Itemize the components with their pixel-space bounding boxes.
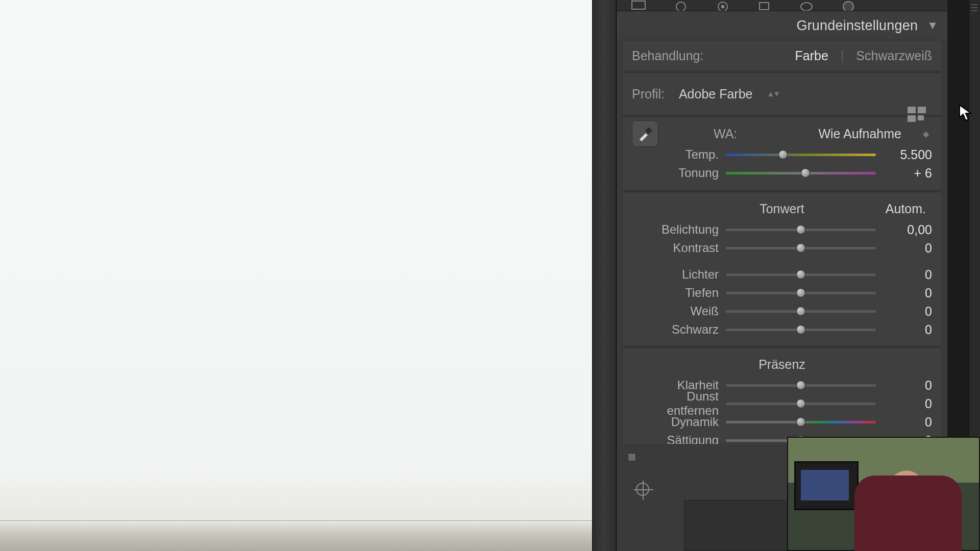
slider-track[interactable] xyxy=(726,271,876,278)
slider-value[interactable]: 0 xyxy=(883,396,932,411)
redeye-icon[interactable] xyxy=(713,0,733,11)
webcam-monitor xyxy=(794,461,859,510)
slider-value[interactable]: 0 xyxy=(883,322,932,337)
slider-track[interactable] xyxy=(726,226,876,233)
panel-toggle[interactable] xyxy=(628,453,636,461)
slider-track[interactable] xyxy=(726,151,876,158)
slider-weiß[interactable]: Weiß0 xyxy=(632,302,932,320)
panel-divider[interactable] xyxy=(592,0,617,551)
profile-value[interactable]: Adobe Farbe xyxy=(679,87,753,102)
treatment-row: Behandlung: Farbe | Schwarzweiß xyxy=(623,40,941,71)
slider-label: Belichtung xyxy=(632,222,719,237)
slider-label: Tiefen xyxy=(632,286,719,300)
slider-thumb[interactable] xyxy=(796,399,805,408)
slider-track[interactable] xyxy=(726,308,876,315)
slider-dynamik[interactable]: Dynamik0 xyxy=(632,413,932,431)
slider-value[interactable]: + 6 xyxy=(883,166,932,181)
slider-thumb[interactable] xyxy=(796,288,805,297)
tool-strip xyxy=(617,0,947,11)
treatment-color[interactable]: Farbe xyxy=(795,48,828,63)
svg-point-6 xyxy=(843,2,853,11)
treatment-divider: | xyxy=(841,48,844,63)
slider-value[interactable]: 0 xyxy=(883,304,932,319)
svg-point-5 xyxy=(801,3,812,11)
mouse-cursor-icon xyxy=(959,104,973,121)
webcam-overlay xyxy=(787,437,980,551)
slider-value[interactable]: 5.500 xyxy=(883,147,932,162)
tone-section: Tonwert Autom. Belichtung0,00Kontrast0 L… xyxy=(623,192,941,346)
auto-button[interactable]: Autom. xyxy=(886,202,926,216)
photo-preview[interactable] xyxy=(0,0,592,551)
slider-value[interactable]: 0 xyxy=(883,415,932,430)
wb-preset[interactable]: Wie Aufnahme xyxy=(818,127,901,141)
brush-icon[interactable] xyxy=(838,0,859,11)
treatment-label: Behandlung: xyxy=(632,48,703,63)
target-adjust-icon[interactable] xyxy=(636,483,649,496)
slider-kontrast[interactable]: Kontrast0 xyxy=(632,239,932,257)
slider-belichtung[interactable]: Belichtung0,00 xyxy=(632,220,932,239)
crop-icon[interactable] xyxy=(629,0,649,11)
panel-title: Grundeinstellungen xyxy=(796,18,918,34)
slider-value[interactable]: 0,00 xyxy=(883,222,932,237)
collapse-icon[interactable]: ▼ xyxy=(927,19,938,32)
slider-tiefen[interactable]: Tiefen0 xyxy=(632,284,932,302)
wb-label: WA: xyxy=(714,127,737,141)
slider-label: Kontrast xyxy=(632,241,719,255)
slider-track[interactable] xyxy=(726,326,876,333)
slider-track[interactable] xyxy=(726,289,876,296)
basic-panel-header[interactable]: Grundeinstellungen ▼ xyxy=(617,11,947,40)
radial-icon[interactable] xyxy=(796,0,817,11)
slider-thumb[interactable] xyxy=(796,417,805,427)
slider-thumb[interactable] xyxy=(796,325,805,334)
slider-track[interactable] xyxy=(726,418,876,425)
slider-thumb[interactable] xyxy=(796,225,805,234)
slider-schwarz[interactable]: Schwarz0 xyxy=(632,320,932,339)
svg-rect-7 xyxy=(645,127,652,134)
webcam-person xyxy=(854,475,962,551)
treatment-bw[interactable]: Schwarzweiß xyxy=(856,48,932,63)
wb-chevron-icon[interactable]: ◆ xyxy=(923,129,929,139)
tonecurve-thumbnail[interactable] xyxy=(684,500,794,551)
slider-label: Dynamik xyxy=(632,415,719,429)
slider-label: Dunst entfernen xyxy=(632,389,719,418)
svg-point-1 xyxy=(676,2,685,11)
slider-track[interactable] xyxy=(726,169,876,177)
tone-heading: Tonwert Autom. xyxy=(632,194,932,220)
slider-label: Temp. xyxy=(632,147,719,162)
slider-temp-[interactable]: Temp.5.500 xyxy=(632,145,932,164)
svg-rect-4 xyxy=(760,3,769,10)
slider-thumb[interactable] xyxy=(796,307,805,316)
tone-title: Tonwert xyxy=(760,202,804,216)
slider-label: Weiß xyxy=(632,304,719,318)
slider-track[interactable] xyxy=(726,382,876,389)
slider-track[interactable] xyxy=(726,244,876,252)
slider-tonung[interactable]: Tonung+ 6 xyxy=(632,164,932,182)
slider-label: Tonung xyxy=(632,166,719,180)
slider-track[interactable] xyxy=(726,400,876,407)
profile-browser-button[interactable] xyxy=(908,106,928,123)
horizon-gradient xyxy=(0,520,592,551)
spot-icon[interactable] xyxy=(671,0,691,11)
profile-label: Profil: xyxy=(632,87,665,102)
slider-label: Lichter xyxy=(632,267,719,282)
slider-label: Schwarz xyxy=(632,322,719,337)
slider-thumb[interactable] xyxy=(796,270,805,279)
grad-icon[interactable] xyxy=(754,0,775,11)
wb-eyedropper-button[interactable] xyxy=(632,120,658,147)
presence-heading: Präsenz xyxy=(632,350,932,376)
slider-value[interactable]: 0 xyxy=(883,241,932,256)
slider-thumb[interactable] xyxy=(778,150,788,159)
slider-thumb[interactable] xyxy=(796,243,805,253)
slider-value[interactable]: 0 xyxy=(883,286,932,300)
svg-point-3 xyxy=(721,5,724,8)
slider-dunst-entfernen[interactable]: Dunst entfernen0 xyxy=(632,394,932,413)
whitebalance-section: WA: Wie Aufnahme ◆ Temp.5.500Tonung+ 6 xyxy=(623,116,941,191)
slider-thumb[interactable] xyxy=(796,381,805,390)
profile-chevron-icon[interactable]: ▲▼ xyxy=(767,89,779,98)
svg-rect-0 xyxy=(632,1,645,9)
slider-value[interactable]: 0 xyxy=(883,267,932,282)
profile-row: Profil: Adobe Farbe ▲▼ xyxy=(623,72,941,115)
slider-lichter[interactable]: Lichter0 xyxy=(632,265,932,284)
slider-value[interactable]: 0 xyxy=(883,378,932,393)
slider-thumb[interactable] xyxy=(801,168,810,178)
